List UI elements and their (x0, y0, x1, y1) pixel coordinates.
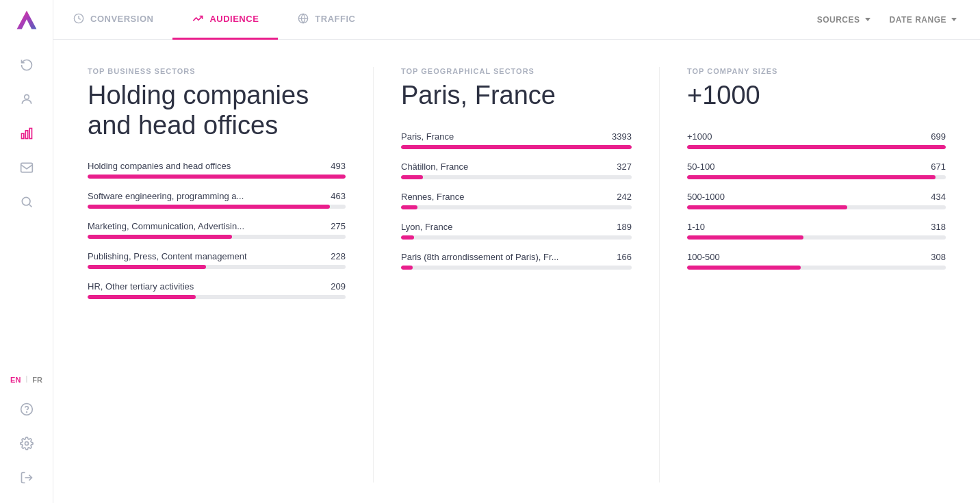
svg-point-6 (22, 197, 30, 205)
business-sectors-label: TOP BUSINESS SECTORS (88, 67, 346, 75)
list-item: 500-1000 434 (687, 192, 946, 209)
bar-track (88, 265, 346, 269)
globe-icon (297, 12, 309, 25)
bar-value: 228 (331, 251, 346, 261)
mail-icon[interactable] (14, 155, 40, 181)
svg-point-8 (26, 412, 27, 413)
tab-traffic[interactable]: TRAFFIC (278, 0, 374, 40)
bar-value: 275 (331, 221, 346, 231)
settings-icon[interactable] (14, 430, 40, 456)
tab-audience[interactable]: AUDIENCE (172, 0, 278, 40)
tab-traffic-label: TRAFFIC (315, 14, 355, 24)
bar-fill (401, 175, 423, 179)
tab-conversion-label: CONVERSION (90, 14, 153, 24)
bar-value: 434 (931, 192, 946, 202)
bar-track (401, 145, 632, 149)
list-item: Paris (8th arrondissement of Paris), Fr.… (401, 252, 632, 270)
bar-value: 318 (931, 222, 946, 232)
lang-en[interactable]: EN (8, 374, 23, 385)
company-sizes-section: TOP COMPANY SIZES +1000 +1000 699 50-100… (660, 67, 946, 482)
bar-track (88, 175, 346, 179)
date-range-label: DATE RANGE (890, 15, 946, 25)
bar-label: 500-1000 (687, 192, 725, 202)
help-icon[interactable] (14, 396, 40, 422)
chart-icon[interactable] (14, 120, 40, 146)
bar-fill (88, 205, 330, 209)
svg-point-1 (24, 94, 29, 99)
date-range-chevron-icon (951, 18, 957, 21)
search-icon[interactable] (14, 189, 40, 215)
list-item: 100-500 308 (687, 252, 946, 270)
refresh-icon[interactable] (14, 52, 40, 78)
bar-track (88, 295, 346, 299)
list-item: Rennes, France 242 (401, 192, 632, 209)
bar-fill (687, 266, 801, 270)
bar-fill (401, 205, 417, 209)
bar-track (401, 266, 632, 270)
geo-sectors-hero: Paris, France (401, 81, 632, 111)
list-item: Holding companies and head offices 493 (88, 161, 346, 179)
bar-fill (687, 235, 803, 240)
bar-label: Paris (8th arrondissement of Paris), Fr.… (401, 252, 558, 262)
bar-label: 50-100 (687, 162, 714, 172)
lang-fr[interactable]: FR (30, 374, 44, 385)
nav-actions: SOURCES DATE RANGE (808, 11, 980, 29)
sources-button[interactable]: SOURCES (808, 11, 880, 29)
bar-value: 166 (617, 252, 632, 262)
bar-label: Software engineering, programming a... (88, 191, 244, 201)
list-item: 50-100 671 (687, 162, 946, 179)
bar-fill (687, 175, 936, 179)
language-switcher: EN | FR (8, 374, 44, 385)
list-item: HR, Other tertiary activities 209 (88, 281, 346, 299)
bar-fill (687, 145, 946, 149)
bar-value: 308 (931, 252, 946, 262)
bar-label: Lyon, France (401, 222, 452, 232)
person-icon[interactable] (14, 86, 40, 112)
bar-track (401, 205, 632, 209)
logo (14, 8, 39, 36)
bar-fill (401, 235, 414, 240)
bar-fill (88, 175, 346, 179)
bar-label: Paris, France (401, 131, 454, 142)
clock-icon (73, 12, 85, 25)
date-range-button[interactable]: DATE RANGE (880, 11, 966, 29)
svg-rect-5 (21, 163, 32, 172)
bar-fill (88, 265, 206, 269)
list-item: Marketing, Communication, Advertisin... … (88, 221, 346, 239)
sidebar: EN | FR (0, 0, 53, 503)
geo-sectors-label: TOP GEOGRAPHICAL SECTORS (401, 67, 632, 75)
list-item: Lyon, France 189 (401, 222, 632, 240)
bar-value: 189 (617, 222, 632, 232)
list-item: Publishing, Press, Content management 22… (88, 251, 346, 269)
bar-track (687, 235, 946, 240)
svg-rect-4 (29, 129, 31, 139)
bar-value: 493 (331, 161, 346, 171)
list-item: 1-10 318 (687, 222, 946, 240)
bar-label: Châtillon, France (401, 162, 468, 172)
list-item: Paris, France 3393 (401, 131, 632, 149)
bar-fill (687, 205, 847, 209)
business-sectors-section: TOP BUSINESS SECTORS Holding companies a… (88, 67, 374, 482)
company-sizes-hero: +1000 (687, 81, 946, 111)
bar-label: HR, Other tertiary activities (88, 281, 194, 292)
list-item: +1000 699 (687, 131, 946, 149)
bar-track (687, 145, 946, 149)
bar-label: 1-10 (687, 222, 705, 232)
bar-value: 699 (931, 131, 946, 142)
geographical-sectors-section: TOP GEOGRAPHICAL SECTORS Paris, France P… (374, 67, 660, 482)
bar-label: +1000 (687, 131, 712, 142)
svg-rect-2 (21, 133, 23, 139)
dashboard-content: TOP BUSINESS SECTORS Holding companies a… (53, 40, 980, 503)
bar-track (687, 266, 946, 270)
bar-label: Publishing, Press, Content management (88, 251, 247, 261)
bar-value: 242 (617, 192, 632, 202)
sources-chevron-icon (865, 18, 871, 21)
bar-track (401, 235, 632, 240)
bar-label: Marketing, Communication, Advertisin... (88, 221, 244, 231)
bar-label: 100-500 (687, 252, 720, 262)
main-content: CONVERSION AUDIENCE TRAFFIC SOURCES (53, 0, 980, 503)
trend-icon (192, 12, 204, 25)
tab-conversion[interactable]: CONVERSION (53, 0, 172, 40)
logout-icon[interactable] (14, 465, 40, 491)
bar-label: Holding companies and head offices (88, 161, 231, 171)
